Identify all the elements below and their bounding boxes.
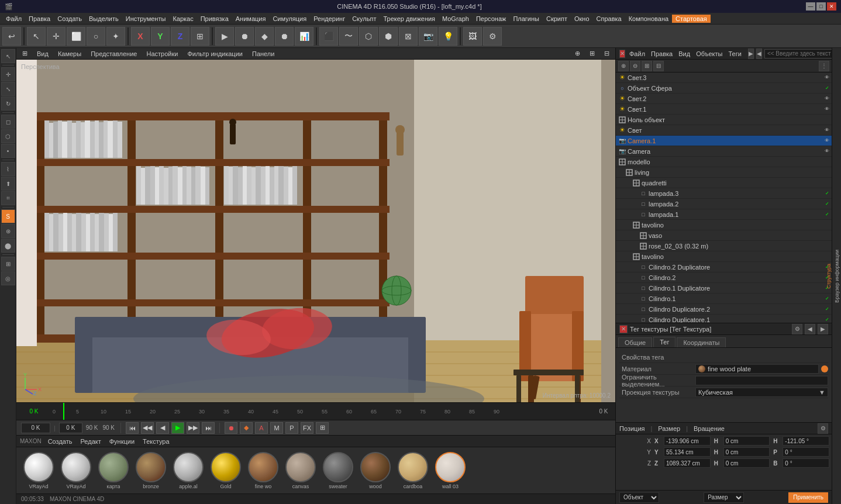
coord-mode-select[interactable]: Объект Мировой [619,492,659,503]
record-button[interactable]: ⏺ [235,27,254,46]
menu-tools[interactable]: Инструменты [122,15,170,23]
deformer-button[interactable]: ⬢ [379,27,398,46]
attr-nav-fwd[interactable]: ▶ [818,324,828,334]
tool-rotate[interactable]: ↻ [1,96,15,111]
material-vray2[interactable]: VRayAd [58,452,94,489]
auto-key-button[interactable]: ⏺ [275,27,294,46]
tree-item-объект-сфера[interactable]: ○Объект Сфера✓ [616,83,832,94]
vp-display-menu[interactable]: Представление [88,50,139,57]
tool-snap[interactable]: ◎ [1,271,15,285]
scale-button[interactable]: ⬜ [67,27,85,46]
axis-z-button[interactable]: Z [171,27,189,46]
rot-h-val[interactable]: -121.05 ° [783,436,829,446]
om-close[interactable]: ✕ [619,50,625,58]
preview-btn[interactable]: P [285,422,298,434]
timeline-button[interactable]: 📊 [295,27,313,46]
menu-window[interactable]: Окно [571,15,593,23]
cube-button[interactable]: ⬛ [319,27,338,46]
material-wall03[interactable]: wall 03 [433,452,468,489]
tool-scale[interactable]: ⤡ [1,82,15,96]
go-end-button[interactable]: ⏭ [202,422,215,434]
motion-btn[interactable]: M [270,422,283,434]
move-button[interactable]: ✛ [47,27,66,46]
attr-settings[interactable]: ⚙ [792,324,802,334]
tree-item-camera.1[interactable]: 📷Camera.1👁 [616,136,832,146]
tree-item-cilindro.2[interactable]: □Cilindro.2✓ [616,272,832,283]
vp-filter-menu[interactable]: Фильтр индикации [185,50,245,57]
tree-item-свет.1[interactable]: ☀Свет.1👁 [616,104,832,115]
vp-panels-menu[interactable]: Панели [250,50,277,57]
tree-item-vaso[interactable]: vaso [616,230,832,241]
menu-animate[interactable]: Анимация [232,15,270,23]
om-toolbar-2[interactable]: ⊖ [630,61,640,71]
coord-y-pos[interactable]: 55.134 cm [664,447,711,457]
menu-startup[interactable]: Стартовая [672,15,711,23]
material-cardboard[interactable]: cardboa [395,452,430,489]
coord-x-pos[interactable]: -139.906 cm [664,436,711,446]
axis-y-button[interactable]: Y [151,27,170,46]
om-objects[interactable]: Объекты [694,50,724,57]
play-button[interactable]: ▶ [215,27,234,46]
menu-create[interactable]: Создать [54,15,85,23]
tool-bevel[interactable]: ⌗ [1,191,15,205]
keyframe-button[interactable]: ◆ [255,27,274,46]
camera-tool-button[interactable]: 📷 [419,27,437,46]
size-mode-select[interactable]: Размер Масштаб [704,492,744,503]
tree-item-tavolino[interactable]: tavolino [616,220,832,230]
om-search-input[interactable] [764,49,841,58]
om-view[interactable]: Вид [677,50,692,57]
transform-button[interactable]: ✦ [106,27,125,46]
om-toolbar-1[interactable]: ⊕ [618,61,629,71]
vp-icon-2[interactable]: ⊞ [587,50,597,57]
viewport[interactable]: Перспектива Интервал рлтра: 10000.2 X Y … [16,60,615,402]
mat-texture-menu[interactable]: Текстура [141,438,171,445]
step-back-button[interactable]: ◀ [156,422,169,434]
render-view-button[interactable]: 🖼 [463,27,482,46]
play-fwd-button[interactable]: ▶ [171,422,184,434]
vp-settings-menu[interactable]: Настройки [144,50,180,57]
coord-z-pos[interactable]: 1089.327 cm [664,458,711,468]
om-toolbar-5[interactable]: ⋮ [819,61,829,71]
om-tool-1[interactable]: ▶ [748,49,754,59]
axis-x-button[interactable]: X [131,27,150,46]
menu-componovka[interactable]: Компонована [625,15,672,23]
attr-tab-general[interactable]: Общие [618,337,652,347]
apply-button[interactable]: Применить [788,492,828,503]
tool-select[interactable]: ↖ [1,49,15,63]
select-button[interactable]: ↖ [27,27,46,46]
tree-item-свет.3[interactable]: ☀Свет.3👁 [616,73,832,83]
menu-edit[interactable]: Правка [25,15,54,23]
spline-button[interactable]: 〜 [339,27,358,46]
mat-edit-menu[interactable]: Редакт [78,438,102,445]
menu-script[interactable]: Скрипт [543,15,571,23]
timeline-playhead[interactable] [63,403,64,420]
rot-b-val[interactable]: 0 ° [783,458,829,468]
om-tool-2[interactable]: ◀ [756,49,762,59]
tree-item-свет[interactable]: ☀Свет👁 [616,125,832,136]
tree-item-lampada.2[interactable]: □lampada.2✓ [616,199,832,209]
tree-item-rose_02_03-(0.32-m)[interactable]: rose_02_03 (0.32 m) [616,241,832,251]
menu-mesh[interactable]: Каркас [169,15,197,23]
menu-sculpt[interactable]: Скульпт [349,15,380,23]
menu-snap[interactable]: Привязка [197,15,232,23]
om-toolbar-4[interactable]: ⊟ [653,61,664,71]
tool-grid[interactable]: ⊞ [1,257,15,271]
tree-item-cilindro-duplicatore.2[interactable]: □Cilindro Duplicatore.2✓ [616,304,832,315]
material-finewood[interactable]: fine wo [246,452,281,489]
tree-item-living[interactable]: living [616,167,832,178]
rotate-button[interactable]: ○ [87,27,105,46]
auto-btn[interactable]: A [255,422,268,434]
menu-help[interactable]: Справка [593,15,625,23]
tree-item-quadretti[interactable]: quadretti [616,178,832,188]
tool-edge[interactable]: ⬡ [1,129,15,143]
om-tags[interactable]: Теги [727,50,743,57]
layout-btn[interactable]: ⊞ [316,422,329,434]
material-karta[interactable]: карта [96,452,131,489]
menu-plugins[interactable]: Плагины [509,15,543,23]
material-canvas[interactable]: canvas [283,452,318,489]
tool-extrude[interactable]: ⬆ [1,177,15,191]
tool-point[interactable]: • [1,144,15,158]
close-button[interactable]: ✕ [827,2,836,11]
world-button[interactable]: ⊞ [191,27,209,46]
attr-nav-back[interactable]: ◀ [805,324,815,334]
